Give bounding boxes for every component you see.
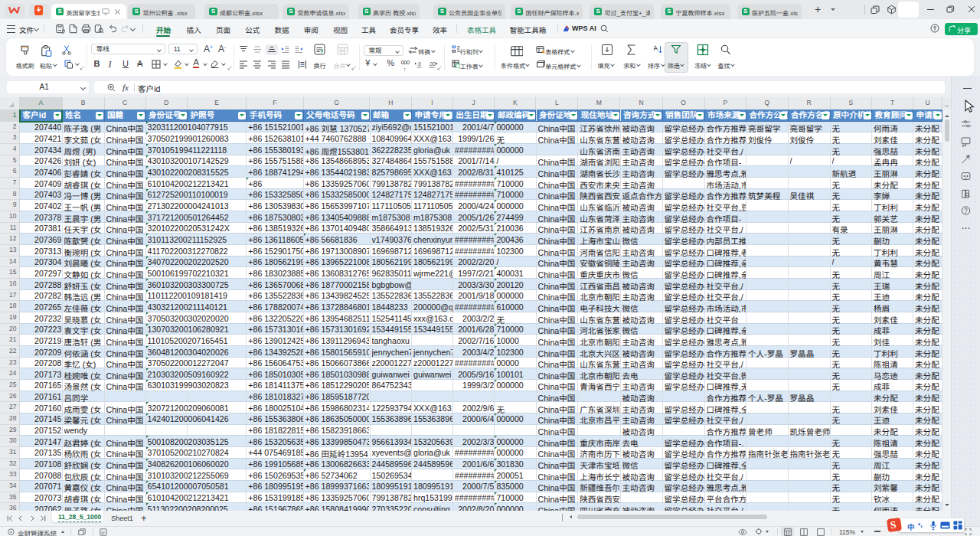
svg-text:.00: .00 bbox=[429, 61, 436, 67]
svg-text:.0: .0 bbox=[417, 61, 422, 67]
